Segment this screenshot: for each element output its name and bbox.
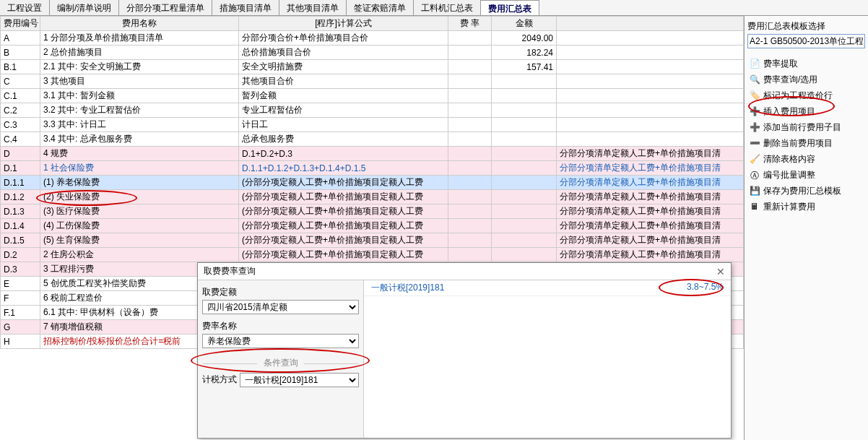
close-icon[interactable]: ✕: [716, 266, 725, 277]
tab-3[interactable]: 措施项目清单: [212, 0, 279, 15]
action-icon: 🔍: [749, 74, 760, 86]
col-formula[interactable]: [程序]计算公式: [239, 17, 448, 31]
table-row[interactable]: C3 其他项目其他项目合价: [1, 74, 744, 89]
result-row[interactable]: 一般计税[2019]181 3.8~7.5%: [364, 280, 731, 296]
result-rate: 3.8~7.5%: [687, 282, 724, 294]
col-note: [557, 17, 744, 31]
action-label: 费率提取: [763, 58, 798, 70]
sidebar: 费用汇总表模板选择 📄费率提取🔍费率查询/选用🏷️标记为工程造价行➕插入费用项目…: [744, 16, 868, 440]
table-row[interactable]: D.1.1(1) 养老保险费(分部分项定额人工费+单价措施项目定额人工费分部分项…: [1, 176, 744, 190]
dialog-title: 取费费率查询: [204, 265, 256, 277]
tab-6[interactable]: 工料机汇总表: [414, 0, 481, 15]
ratename-select[interactable]: 养老保险费: [202, 334, 359, 348]
table-row[interactable]: C.33.3 其中: 计日工计日工: [1, 118, 744, 132]
sidebar-action-3[interactable]: ➕插入费用项目: [747, 104, 865, 119]
col-amount[interactable]: 金额: [492, 17, 557, 31]
table-row[interactable]: D.1.3(3) 医疗保险费(分部分项定额人工费+单价措施项目定额人工费分部分项…: [1, 204, 744, 219]
action-icon: ➕: [749, 106, 760, 118]
col-rate[interactable]: 费 率: [448, 17, 492, 31]
tab-1[interactable]: 编制/清单说明: [50, 0, 119, 15]
taxmode-label: 计税方式: [202, 374, 237, 386]
col-name[interactable]: 费用名称: [40, 17, 239, 31]
tab-4[interactable]: 其他项目清单: [279, 0, 347, 15]
action-icon: 💾: [749, 186, 760, 197]
sidebar-action-8[interactable]: 💾保存为费用汇总模板: [747, 184, 865, 199]
action-icon: 📄: [749, 59, 760, 70]
sidebar-action-5[interactable]: ➖删除当前费用项目: [747, 136, 865, 151]
tab-7[interactable]: 费用汇总表: [481, 0, 539, 15]
action-label: 添加当前行费用子目: [763, 121, 841, 134]
action-label: 保存为费用汇总模板: [763, 185, 841, 197]
tab-2[interactable]: 分部分项工程量清单: [119, 0, 212, 15]
table-row[interactable]: D.1.4(4) 工伤保险费(分部分项定额人工费+单价措施项目定额人工费分部分项…: [1, 219, 744, 233]
action-icon: 🏷️: [749, 90, 760, 102]
template-combo[interactable]: [747, 34, 865, 48]
tab-0[interactable]: 工程设置: [0, 0, 50, 15]
action-label: 删除当前费用项目: [763, 137, 833, 150]
action-label: 重新计算费用: [763, 201, 815, 213]
action-label: 编号批量调整: [763, 169, 815, 181]
table-row[interactable]: D.22 住房公积金(分部分项定额人工费+单价措施项目定额人工费分部分项清单定额…: [1, 248, 744, 262]
top-tabs: 工程设置编制/清单说明分部分项工程量清单措施项目清单其他项目清单签证索赔清单工料…: [0, 0, 868, 16]
action-label: 标记为工程造价行: [763, 90, 833, 102]
action-label: 费率查询/选用: [763, 74, 817, 86]
table-row[interactable]: D.1.5(5) 生育保险费(分部分项定额人工费+单价措施项目定额人工费分部分项…: [1, 233, 744, 248]
action-icon: 🖩: [749, 202, 760, 213]
table-row[interactable]: A1 分部分项及单价措施项目清单分部分项合价+单价措施项目合价2049.00: [1, 31, 744, 46]
action-icon: Ⓐ: [749, 170, 760, 181]
sidebar-action-7[interactable]: Ⓐ编号批量调整: [747, 168, 865, 183]
action-icon: ➕: [749, 122, 760, 134]
tab-5[interactable]: 签证索赔清单: [347, 0, 414, 15]
table-row[interactable]: C.13.1 其中: 暂列金额暂列金额: [1, 89, 744, 103]
table-row[interactable]: D.11 社会保险费D.1.1+D.1.2+D.1.3+D.1.4+D.1.5分…: [1, 161, 744, 176]
sidebar-action-0[interactable]: 📄费率提取: [747, 56, 865, 72]
table-row[interactable]: C.43.4 其中: 总承包服务费总承包服务费: [1, 132, 744, 147]
action-icon: ➖: [749, 138, 760, 150]
sidebar-action-9[interactable]: 🖩重新计算费用: [747, 199, 865, 215]
action-label: 插入费用项目: [763, 105, 815, 118]
sidebar-action-6[interactable]: 🧹清除表格内容: [747, 152, 865, 167]
rate-query-dialog: 取费费率查询 ✕ 取费定额 四川省2015清单定额 费率名称 养老保险费 条件查…: [197, 262, 732, 439]
action-icon: 🧹: [749, 154, 760, 165]
ratename-label: 费率名称: [202, 320, 359, 332]
sidebar-action-4[interactable]: ➕添加当前行费用子目: [747, 120, 865, 135]
taxmode-select[interactable]: 一般计税[2019]181: [240, 373, 359, 387]
table-row[interactable]: C.23.2 其中: 专业工程暂估价专业工程暂估价: [1, 103, 744, 118]
quota-select[interactable]: 四川省2015清单定额: [202, 300, 359, 314]
sidebar-action-1[interactable]: 🔍费率查询/选用: [747, 72, 865, 87]
table-row[interactable]: B2 总价措施项目总价措施项目合价182.24: [1, 46, 744, 60]
table-row[interactable]: B.12.1 其中: 安全文明施工费安全文明措施费157.41: [1, 60, 744, 74]
table-row[interactable]: D.1.2(2) 失业保险费(分部分项定额人工费+单价措施项目定额人工费分部分项…: [1, 190, 744, 204]
quota-label: 取费定额: [202, 286, 359, 298]
condition-separator: 条件查询: [202, 357, 359, 369]
result-name: 一般计税[2019]181: [371, 282, 444, 294]
template-title: 费用汇总表模板选择: [747, 20, 865, 33]
table-row[interactable]: D4 规费D.1+D.2+D.3分部分项清单定额人工费+单价措施项目清: [1, 147, 744, 161]
action-label: 清除表格内容: [763, 153, 815, 165]
col-code[interactable]: 费用编号: [1, 17, 40, 31]
sidebar-action-2[interactable]: 🏷️标记为工程造价行: [747, 88, 865, 103]
